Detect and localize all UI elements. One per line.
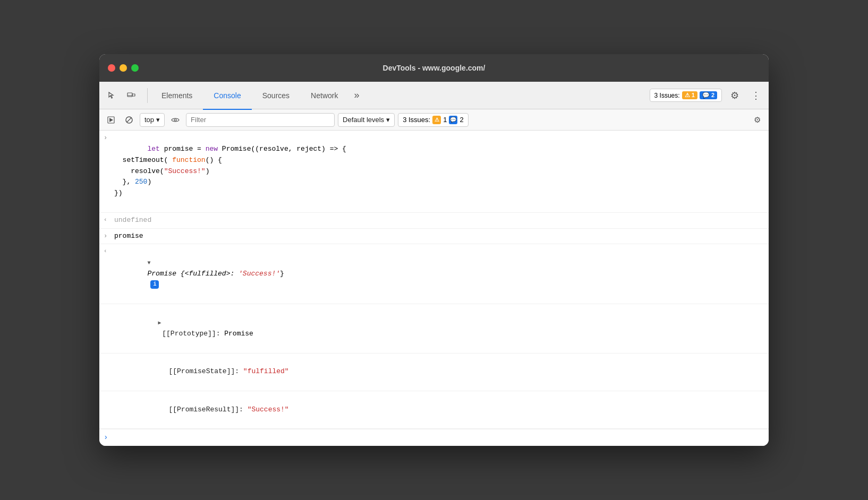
console-prompt: › (99, 429, 769, 445)
toolbar-divider (147, 88, 148, 103)
console-line-result: [[PromiseResult]]: "Success!" (99, 391, 769, 429)
svg-line-6 (127, 117, 132, 122)
promise-value: 'Success!' (239, 270, 280, 278)
warn-count: 1 (692, 92, 695, 98)
line-expand-arrow[interactable]: › (104, 132, 114, 143)
promise-label: Promise {<fulfilled>: (147, 270, 239, 278)
tab-sources[interactable]: Sources (252, 82, 300, 110)
promise-close-brace: } (280, 270, 284, 278)
promise-input: promise (114, 230, 769, 243)
keyword-let: let (147, 145, 159, 153)
console-info-count: 2 (459, 116, 463, 124)
console-issues-pill[interactable]: 3 Issues: ⚠ 1 💬 2 (398, 113, 469, 127)
prototype-key: [[Prototype]]: (158, 330, 224, 338)
result-val: "Success!" (248, 406, 289, 413)
console-issues-label: 3 Issues: (403, 116, 430, 124)
console-settings-button[interactable]: ⚙ (750, 113, 764, 127)
console-line-state: [[PromiseState]]: "fulfilled" (99, 354, 769, 391)
toolbar-right: 3 Issues: ⚠ 1 💬 2 ⚙ ⋮ (650, 87, 764, 104)
state-val: "fulfilled" (243, 367, 289, 375)
result-content: [[PromiseResult]]: "Success!" (135, 392, 769, 427)
main-toolbar: Elements Console Sources Network » 3 Iss… (99, 82, 769, 109)
tab-network[interactable]: Network (300, 82, 348, 110)
code-block: let promise = new Promise((resolve, reje… (114, 132, 769, 211)
console-warn-count: 1 (443, 116, 447, 124)
info-badge: 💬 2 (700, 91, 717, 99)
console-line-promise-input: › promise (99, 229, 769, 245)
toolbar-icons (104, 87, 140, 104)
promise-collapse-icon[interactable]: ▼ (147, 260, 150, 266)
clear-console-button[interactable] (122, 113, 137, 127)
prompt-arrow-icon[interactable]: › (104, 432, 108, 443)
keyword-function: function (172, 156, 205, 164)
console-line-code: › let promise = new Promise((resolve, re… (99, 131, 769, 213)
line-back-arrow2: ‹ (104, 245, 114, 256)
device-mode-button[interactable] (123, 87, 140, 104)
keyword-new: new (206, 145, 218, 153)
cursor-icon (108, 91, 116, 100)
minimize-button[interactable] (120, 64, 127, 72)
traffic-lights (108, 64, 139, 72)
warn-badge: ⚠ 1 (682, 91, 697, 99)
levels-label: Default levels (343, 116, 384, 124)
dropdown-arrow-icon: ▾ (156, 116, 160, 124)
console-line-promise-output: ‹ ▼ Promise {<fulfilled>: 'Success!'} i (99, 244, 769, 304)
settings-button[interactable]: ⚙ (726, 87, 743, 104)
info-count: 2 (711, 92, 714, 98)
inspect-element-button[interactable] (104, 87, 121, 104)
console-line-prototype: ▶ [[Prototype]]: Promise (99, 304, 769, 353)
filter-input[interactable] (186, 113, 335, 127)
prototype-expand-icon[interactable]: ▶ (158, 320, 161, 326)
tabs-more-button[interactable]: » (348, 82, 364, 109)
issues-badge[interactable]: 3 Issues: ⚠ 1 💬 2 (650, 89, 722, 102)
console-warn-icon: ⚠ (432, 116, 441, 124)
info-badge-icon[interactable]: i (150, 280, 159, 289)
console-toolbar: top ▾ Default levels ▾ 3 Issues: ⚠ 1 💬 2… (99, 109, 769, 131)
eye-icon (171, 117, 180, 123)
issues-label: 3 Issues: (654, 92, 680, 99)
tabs: Elements Console Sources Network » (151, 82, 650, 109)
result-key: [[PromiseResult]]: (168, 406, 247, 413)
live-expressions-button[interactable] (168, 113, 183, 127)
execute-button[interactable] (104, 113, 118, 127)
close-button[interactable] (108, 64, 115, 72)
promise-output: ▼ Promise {<fulfilled>: 'Success!'} i (114, 245, 769, 303)
svg-point-7 (174, 119, 176, 121)
devtools-window: DevTools - www.google.com/ Elements Cons… (99, 54, 769, 446)
levels-selector[interactable]: Default levels ▾ (338, 113, 395, 127)
context-label: top (144, 116, 154, 124)
context-selector[interactable]: top ▾ (140, 113, 165, 127)
svg-marker-4 (109, 118, 113, 122)
code-text: promise = (160, 145, 206, 153)
titlebar: DevTools - www.google.com/ (99, 54, 769, 82)
prototype-val: Promise (224, 330, 253, 338)
svg-rect-1 (132, 94, 135, 96)
play-icon (107, 116, 115, 124)
state-key: [[PromiseState]]: (168, 367, 243, 375)
line-back-arrow: ‹ (104, 214, 114, 225)
number-250: 250 (135, 178, 147, 186)
info-icon: 💬 (702, 92, 710, 98)
console-output: › let promise = new Promise((resolve, re… (99, 131, 769, 446)
prototype-content: ▶ [[Prototype]]: Promise (125, 305, 769, 351)
window-title: DevTools - www.google.com/ (383, 64, 486, 72)
undefined-output: undefined (114, 214, 769, 227)
ban-icon (125, 116, 133, 124)
device-icon (127, 91, 135, 100)
console-info-icon: 💬 (449, 116, 457, 124)
more-options-button[interactable]: ⋮ (747, 87, 764, 104)
maximize-button[interactable] (131, 64, 139, 72)
string-success: "Success!" (164, 167, 206, 175)
line-expand-arrow2[interactable]: › (104, 230, 114, 242)
console-line-undefined: ‹ undefined (99, 213, 769, 229)
state-content: [[PromiseState]]: "fulfilled" (135, 355, 769, 390)
tab-console[interactable]: Console (203, 82, 251, 110)
levels-arrow-icon: ▾ (386, 116, 390, 124)
tab-elements[interactable]: Elements (151, 82, 203, 110)
warn-icon: ⚠ (685, 92, 690, 98)
svg-rect-0 (127, 93, 132, 97)
